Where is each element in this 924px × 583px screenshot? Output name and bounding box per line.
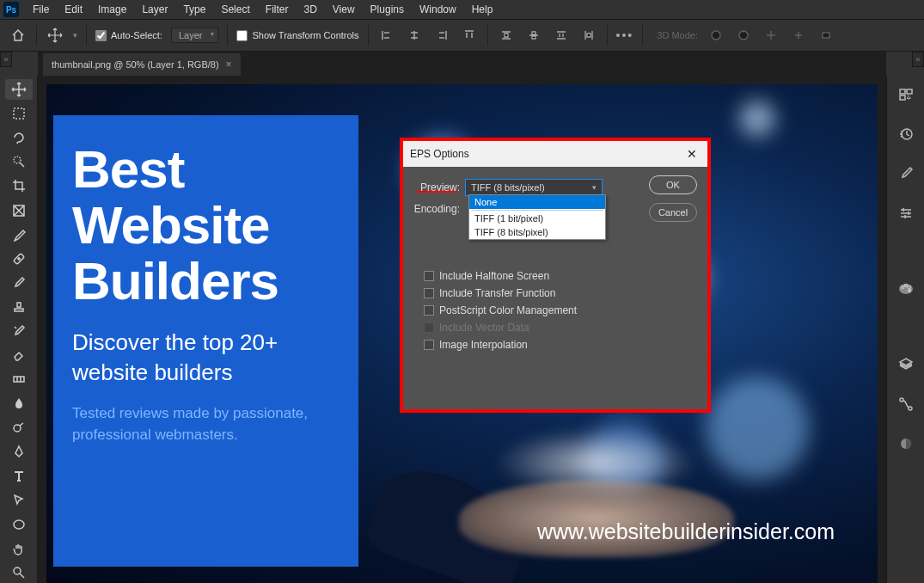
crop-tool[interactable] — [5, 175, 33, 196]
checkbox-icon — [424, 305, 434, 316]
show-transform-check[interactable]: Show Transform Controls — [236, 30, 358, 41]
dialog-close-icon[interactable]: ✕ — [683, 145, 701, 163]
eyedropper-tool[interactable] — [5, 224, 33, 245]
svg-point-19 — [908, 290, 910, 292]
app-logo: Ps — [3, 2, 19, 17]
include-vector-check: Include Vector Data — [424, 322, 699, 334]
dodge-tool[interactable] — [5, 417, 33, 438]
menu-view[interactable]: View — [326, 2, 362, 17]
home-icon[interactable] — [9, 26, 28, 45]
type-tool[interactable] — [5, 466, 33, 487]
distribute-left-icon[interactable] — [579, 26, 598, 45]
chevron-down-icon: ▾ — [592, 183, 597, 192]
brush-tool[interactable] — [5, 273, 33, 293]
menu-file[interactable]: File — [26, 2, 56, 17]
separator — [368, 25, 369, 46]
eraser-tool[interactable] — [5, 345, 33, 365]
artwork-panel: Best Website Builders Discover the top 2… — [53, 115, 358, 567]
layers-panel-icon[interactable] — [896, 354, 916, 375]
dialog-title-text: EPS Options — [410, 148, 469, 160]
menu-edit[interactable]: Edit — [58, 2, 89, 17]
paths-panel-icon[interactable] — [896, 394, 916, 414]
dropdown-option-tiff1[interactable]: TIFF (1 bit/pixel) — [469, 212, 605, 225]
path-select-tool[interactable] — [5, 490, 33, 511]
marquee-tool[interactable] — [5, 103, 33, 124]
stamp-tool[interactable] — [5, 297, 33, 317]
menu-window[interactable]: Window — [413, 2, 463, 17]
options-bar: ▾ Auto-Select: Layer ▾ Show Transform Co… — [0, 19, 924, 52]
gradient-tool[interactable] — [5, 369, 33, 390]
image-interpolation-check[interactable]: Image Interpolation — [424, 339, 699, 351]
3d-pan-icon[interactable] — [762, 26, 780, 45]
3d-orbit-icon[interactable] — [707, 26, 725, 45]
menu-help[interactable]: Help — [465, 2, 500, 17]
align-right-icon[interactable] — [432, 26, 451, 45]
dialog-titlebar[interactable]: EPS Options ✕ — [403, 141, 707, 167]
move-tool[interactable] — [5, 79, 33, 100]
postscript-color-check[interactable]: PostScript Color Management — [424, 304, 699, 316]
left-expand-icon[interactable]: » — [0, 52, 12, 67]
blur-tool[interactable] — [5, 393, 33, 414]
layer-dropdown[interactable]: Layer ▾ — [171, 28, 219, 43]
auto-select-check[interactable]: Auto-Select: — [95, 30, 162, 41]
include-transfer-check[interactable]: Include Transfer Function — [424, 287, 699, 299]
frame-tool[interactable] — [5, 199, 33, 220]
channels-panel-icon[interactable] — [896, 433, 916, 454]
hand-tool[interactable] — [5, 538, 33, 559]
checkbox-icon — [424, 340, 434, 350]
menu-image[interactable]: Image — [91, 2, 133, 17]
menu-type[interactable]: Type — [176, 2, 212, 17]
svg-rect-11 — [900, 89, 905, 94]
document-tab[interactable]: thumbnail.png @ 50% (Layer 1, RGB/8) × — [43, 53, 241, 76]
svg-point-9 — [14, 520, 24, 529]
artwork-subtitle: Discover the top 20+ website builders — [72, 328, 340, 388]
dropdown-option-none[interactable]: None — [469, 195, 605, 209]
brushes-panel-icon[interactable] — [896, 163, 916, 184]
encoding-label: Encoding: — [412, 203, 465, 215]
healing-tool[interactable] — [5, 249, 33, 269]
move-indicator-icon[interactable] — [46, 26, 64, 45]
menu-filter[interactable]: Filter — [259, 2, 296, 17]
adjustments-panel-icon[interactable] — [896, 203, 916, 224]
3d-slide-icon[interactable] — [789, 26, 808, 45]
shape-tool[interactable] — [5, 514, 33, 535]
show-transform-label: Show Transform Controls — [252, 30, 358, 40]
svg-point-10 — [14, 568, 21, 574]
align-top-icon[interactable] — [460, 26, 479, 45]
color-panel-icon[interactable] — [896, 279, 916, 299]
ok-button[interactable]: OK — [649, 175, 697, 194]
cancel-button[interactable]: Cancel — [649, 203, 697, 222]
eps-options-dialog: EPS Options ✕ Preview: TIFF (8 bits/pixe… — [400, 138, 711, 413]
menu-3d[interactable]: 3D — [297, 2, 323, 17]
align-left-icon[interactable] — [377, 26, 396, 45]
distribute-vcenter-icon[interactable] — [524, 26, 543, 45]
history-brush-tool[interactable] — [5, 321, 33, 341]
preview-dropdown[interactable]: TIFF (8 bits/pixel) ▾ — [465, 179, 603, 196]
include-halftone-check[interactable]: Include Halftone Screen — [424, 270, 699, 282]
artwork-title: Best Website Builders — [72, 141, 340, 309]
align-center-h-icon[interactable] — [405, 26, 424, 45]
properties-panel-icon[interactable] — [896, 84, 916, 105]
lasso-tool[interactable] — [5, 127, 33, 148]
tab-close-icon[interactable]: × — [226, 58, 232, 71]
menu-select[interactable]: Select — [214, 2, 256, 17]
menubar: Ps File Edit Image Layer Type Select Fil… — [0, 0, 924, 19]
menu-plugins[interactable]: Plugins — [364, 2, 411, 17]
svg-point-18 — [908, 286, 910, 289]
history-panel-icon[interactable] — [896, 124, 916, 144]
menu-layer[interactable]: Layer — [135, 2, 174, 17]
svg-rect-7 — [14, 377, 24, 382]
zoom-tool[interactable] — [5, 562, 33, 583]
dropdown-option-tiff8[interactable]: TIFF (8 bits/pixel) — [469, 225, 605, 239]
3d-roll-icon[interactable] — [734, 26, 753, 45]
distribute-top-icon[interactable] — [497, 26, 516, 45]
svg-rect-12 — [907, 89, 912, 94]
quick-select-tool[interactable] — [5, 151, 33, 172]
separator — [227, 25, 228, 46]
3d-zoom-icon[interactable] — [817, 26, 835, 45]
pen-tool[interactable] — [5, 441, 33, 462]
more-options-icon[interactable]: ••• — [616, 28, 634, 42]
distribute-bottom-icon[interactable] — [552, 26, 571, 45]
right-expand-icon[interactable]: « — [912, 52, 924, 67]
artwork-url: www.websitebuilderinsider.com — [537, 519, 835, 544]
